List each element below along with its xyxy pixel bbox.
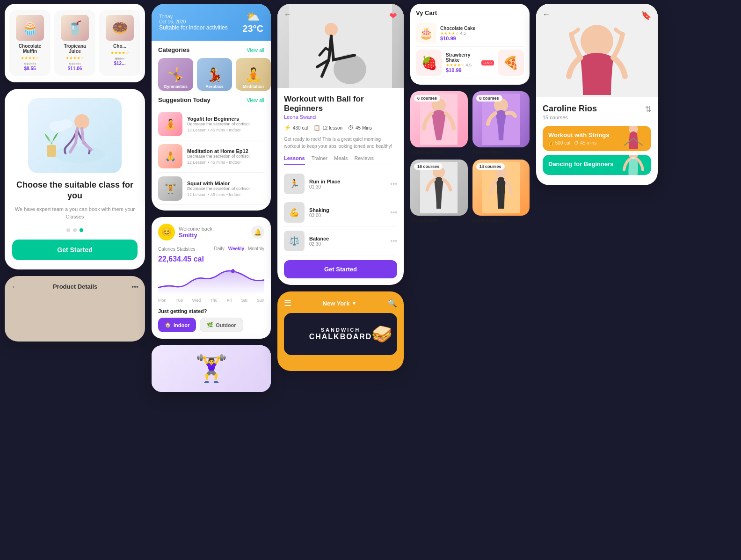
tab-reviews[interactable]: Reviews	[354, 155, 374, 165]
detail-tabs: Lessons Trainer Meals Reviews	[284, 155, 397, 165]
weather-note: Suitable for indoor activities	[159, 24, 228, 31]
bookmark-icon[interactable]: 🔖	[641, 10, 651, 21]
fitness-onboard-card: Choose the suitable class for you We hav…	[5, 89, 145, 269]
chevron-down-icon[interactable]: ▼	[352, 300, 357, 306]
column-2: Today Oct 16, 2020 Suitable for indoor a…	[152, 4, 271, 392]
weather-temp: 23°C	[242, 23, 263, 34]
ball-exercise-card: 🏋️‍♀️	[152, 345, 271, 392]
shake-img: 🍓	[416, 50, 442, 76]
lesson-name-2: Shaking	[309, 207, 385, 213]
strings-image	[619, 126, 647, 151]
category-gymnastics[interactable]: 🤸 Gymnastics	[158, 58, 193, 91]
shake-row: 🍓 Strawberry Shake ★★★★☆ 4.5 $10.99 -15%…	[416, 50, 524, 76]
days-row: Mon Tue Wed Thu Fri Sat Sun	[158, 298, 264, 303]
notification-button[interactable]: 🔔	[251, 225, 264, 239]
back-button[interactable]: ←	[11, 283, 19, 291]
gymnastics-label: Gymnastics	[158, 84, 193, 89]
workout-item-1[interactable]: 🧘 Yogafit for Beginners Decrease the sec…	[158, 108, 264, 140]
indoor-button[interactable]: 🏠 Indoor	[158, 318, 196, 332]
new-price-2: $11.06	[58, 66, 92, 71]
outdoor-button[interactable]: 🌿 Outdoor	[200, 318, 243, 332]
get-started-workout-button[interactable]: Get Started	[284, 260, 397, 278]
dancing-item[interactable]: Dancing for Beginners	[543, 155, 651, 175]
activity-title: Just getting stated?	[158, 308, 264, 314]
aerobics-label: Aerobics	[197, 84, 232, 89]
lesson-item-3[interactable]: ⚖️ Balance 02:30 •••	[284, 227, 397, 255]
cart-item-cake[interactable]: 🎂 Chocolate Cake ★★★★☆ 4.5 $10.99	[416, 20, 524, 47]
suggestion-view-all[interactable]: View all	[247, 97, 264, 103]
suggestion-header: Suggestion Today View all	[158, 96, 264, 103]
menu-hamburger-icon[interactable]: ☰	[284, 298, 291, 308]
tab-daily[interactable]: Daily	[214, 246, 224, 251]
cart-title: Vy Cart	[416, 9, 437, 16]
lesson-menu-2[interactable]: •••	[390, 209, 397, 216]
category-meditation[interactable]: 🧘 Meditation	[236, 58, 271, 91]
lesson-menu-1[interactable]: •••	[390, 180, 397, 188]
food-item-3: 🍩 Cho... ★★★★☆ $12... $12...	[99, 10, 140, 76]
calories-value: 22,634.45 cal	[158, 255, 264, 263]
categories-view-all[interactable]: View all	[247, 47, 264, 53]
user-avatar: 😊	[158, 224, 175, 240]
onboard-illustration	[28, 98, 122, 173]
food-stars: ★★★★☆	[13, 56, 47, 60]
workout-thumb-3: 🏋️	[158, 176, 182, 201]
tab-meals[interactable]: Meals	[334, 155, 348, 165]
calories-chart	[158, 267, 264, 295]
activity-buttons: 🏠 Indoor 🌿 Outdoor	[158, 318, 264, 332]
get-started-button[interactable]: Get Started	[12, 240, 138, 260]
column-5: ← 🔖 Caroline Rios ⇅ 15 courses Workout w…	[536, 4, 658, 185]
restaurant-header: ☰ New York ▼ 🔍	[284, 298, 397, 308]
workout-item-2[interactable]: 🙏 Meditation at Home Ep12 Decrease the s…	[158, 140, 264, 173]
day-sun: Sun	[257, 298, 264, 303]
banner-subtitle: CHALKBOARD	[309, 333, 372, 341]
user-info: Welcome back, Smitty	[179, 226, 214, 239]
trainer-cora[interactable]: 16 courses Cora Evans	[410, 160, 468, 223]
weather-info: Today Oct 16, 2020 Suitable for indoor a…	[159, 14, 228, 31]
muffin-img: 🧁	[16, 15, 44, 41]
trainer-katie[interactable]: 14 courses Katie Carlson	[472, 160, 530, 223]
cart-card: Vy Cart 🎂 Chocolate Cake ★★★★☆ 4.5 $10.9…	[410, 4, 530, 85]
workout-detail-card: ← ❤ Workout with Ball for Beginners Leon…	[277, 4, 404, 285]
sort-icon[interactable]: ⇅	[645, 105, 651, 114]
product-header: ← Product Details •••	[11, 283, 138, 291]
clock-icon: ⏱	[348, 124, 354, 131]
category-aerobics[interactable]: 💃 Aerobics	[197, 58, 232, 91]
lesson-info-2: Shaking 03:00	[309, 207, 385, 218]
more-options-button[interactable]: •••	[131, 283, 138, 291]
day-thu: Thu	[210, 298, 218, 303]
workout-item-3[interactable]: 🏋️ Squat with Mialor Decrease the secret…	[158, 173, 264, 205]
cart-item-shake[interactable]: 🍓 Strawberry Shake ★★★★☆ 4.5 $10.99 -15%…	[416, 47, 524, 79]
workout-stats: ⚡ 430 cal 📋 12 lesson ⏱ 45 Mins	[284, 124, 397, 131]
lesson-item-2[interactable]: 💪 Shaking 03:00 •••	[284, 198, 397, 227]
workout-info-3: Squat with Mialor Decrease the secretion…	[187, 181, 264, 197]
workout-header-image: ← ❤	[277, 4, 404, 88]
lesson-thumb-3: ⚖️	[284, 231, 305, 251]
indoor-label: Indoor	[174, 322, 189, 328]
workout-back-button[interactable]: ←	[284, 10, 291, 19]
cora-name: Cora Evans	[410, 216, 468, 223]
workout-strings-item[interactable]: Workout with Strings 💰 500 cal ⏱ 45 mins	[543, 126, 651, 151]
tab-weekly[interactable]: Weekly	[228, 246, 244, 251]
lesson-menu-3[interactable]: •••	[390, 237, 397, 245]
lesson-name-1: Run in Place	[309, 179, 385, 184]
tab-monthly[interactable]: Monthly	[248, 246, 264, 251]
trainer-caroline[interactable]: 6 courses Caroline Rios	[410, 91, 468, 155]
ball-exercise-img: 🏋️‍♀️	[152, 345, 271, 392]
shake-price: $10.99	[446, 67, 478, 73]
trainer-back-button[interactable]: ←	[543, 10, 550, 19]
categories-header: Categories View all	[158, 46, 264, 53]
list-icon: 📋	[313, 124, 320, 131]
indoor-icon: 🏠	[165, 322, 171, 328]
workout-detail-body: Workout with Ball for Beginners Leona Sw…	[277, 88, 404, 285]
lesson-item-1[interactable]: 🏃 Run in Place 01:30 •••	[284, 170, 397, 198]
tab-lessons[interactable]: Lessons	[284, 155, 305, 165]
favorite-button[interactable]: ❤	[389, 10, 397, 22]
trainer-detail-header: ← 🔖	[536, 4, 658, 97]
trainer-emma[interactable]: 8 courses Emma Myers	[472, 91, 530, 155]
caroline-name: Caroline Rios	[410, 147, 468, 155]
svg-point-8	[325, 23, 338, 36]
onboard-title: Choose the suitable class for you	[12, 180, 138, 202]
categories-title: Categories	[158, 46, 189, 53]
tab-trainer[interactable]: Trainer	[312, 155, 327, 165]
restaurant-search-icon[interactable]: 🔍	[388, 299, 397, 308]
